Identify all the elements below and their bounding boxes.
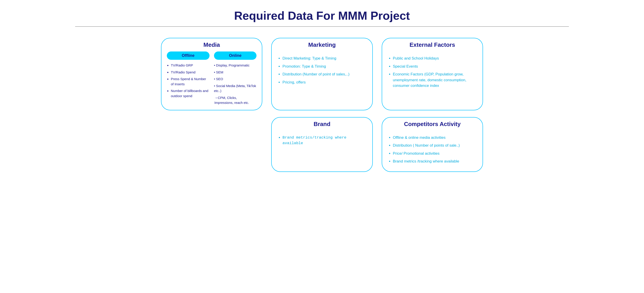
competitors-section: Competitors Activity Offline & online me… xyxy=(382,117,483,172)
online-col: Online Display, Programmatic SEM SEO Soc… xyxy=(212,52,259,105)
marketing-list: Direct Marketing: Type & Timing Promotio… xyxy=(278,56,366,85)
marketing-section: Marketing Direct Marketing: Type & Timin… xyxy=(271,38,372,110)
external-item: Economic Factors (GDP, Population grow, … xyxy=(393,71,476,89)
online-item: SEO xyxy=(214,77,257,82)
external-list: Public and School Holidays Special Event… xyxy=(388,56,476,89)
media-section: Media Offline TV/Radio GRP TV/Radio Spen… xyxy=(161,38,262,110)
online-item: Display, Programmatic xyxy=(214,63,257,68)
online-item: SEM xyxy=(214,70,257,75)
brand-header: Brand xyxy=(272,118,372,131)
marketing-item: Pricing, offers xyxy=(282,80,366,85)
competitors-content: Offline & online media activities Distri… xyxy=(382,131,482,171)
external-item: Special Events xyxy=(393,64,476,69)
offline-item: TV/Radio Spend xyxy=(171,70,210,75)
main-grid: Media Offline TV/Radio GRP TV/Radio Spen… xyxy=(161,38,483,110)
offline-list: TV/Radio GRP TV/Radio Spend Press Spend … xyxy=(167,63,210,99)
marketing-content: Direct Marketing: Type & Timing Promotio… xyxy=(272,52,372,92)
arrow-item: →CPM, Clicks, Impressions, reach etc. xyxy=(214,95,257,105)
brand-item: Brand metrics/tracking where available xyxy=(282,135,366,146)
online-item: Social Media (Meta, TikTok etc..) xyxy=(214,84,257,94)
marketing-item: Distribution (Number of point of sales,.… xyxy=(282,71,366,77)
offline-item: TV/Radio GRP xyxy=(171,63,210,68)
media-sub-columns: Offline TV/Radio GRP TV/Radio Spend Pres… xyxy=(162,52,262,110)
media-header: Media xyxy=(162,38,262,52)
online-header: Online xyxy=(214,52,257,60)
competitors-item: Offline & online media activities xyxy=(393,135,476,141)
competitors-item: Brand metrics /tracking where available xyxy=(393,158,476,164)
offline-header: Offline xyxy=(167,52,210,60)
external-section: External Factors Public and School Holid… xyxy=(382,38,483,110)
marketing-item: Direct Marketing: Type & Timing xyxy=(282,56,366,61)
offline-item: Number of billboards and outdoor spend xyxy=(171,88,210,99)
offline-col: Offline TV/Radio GRP TV/Radio Spend Pres… xyxy=(164,52,212,105)
brand-list: Brand metrics/tracking where available xyxy=(278,135,366,146)
competitors-item: Price/ Promotional activities xyxy=(393,151,476,156)
online-list: Display, Programmatic SEM SEO Social Med… xyxy=(214,63,257,94)
external-item: Public and School Holidays xyxy=(393,56,476,61)
page-title: Required Data For MMM Project xyxy=(14,9,630,22)
competitors-item: Distribution ( Number of points of sale.… xyxy=(393,143,476,148)
competitors-header: Competitors Activity xyxy=(382,118,482,131)
marketing-item: Promotion: Type & Timing xyxy=(282,64,366,69)
brand-content: Brand metrics/tracking where available xyxy=(272,131,372,153)
offline-item: Press Spend & Number of Inserts xyxy=(171,77,210,87)
external-header: External Factors xyxy=(382,38,482,52)
marketing-header: Marketing xyxy=(272,38,372,52)
competitors-list: Offline & online media activities Distri… xyxy=(388,135,476,164)
bottom-row: Brand Brand metrics/tracking where avail… xyxy=(161,117,483,172)
brand-section: Brand Brand metrics/tracking where avail… xyxy=(271,117,372,172)
external-content: Public and School Holidays Special Event… xyxy=(382,52,482,96)
